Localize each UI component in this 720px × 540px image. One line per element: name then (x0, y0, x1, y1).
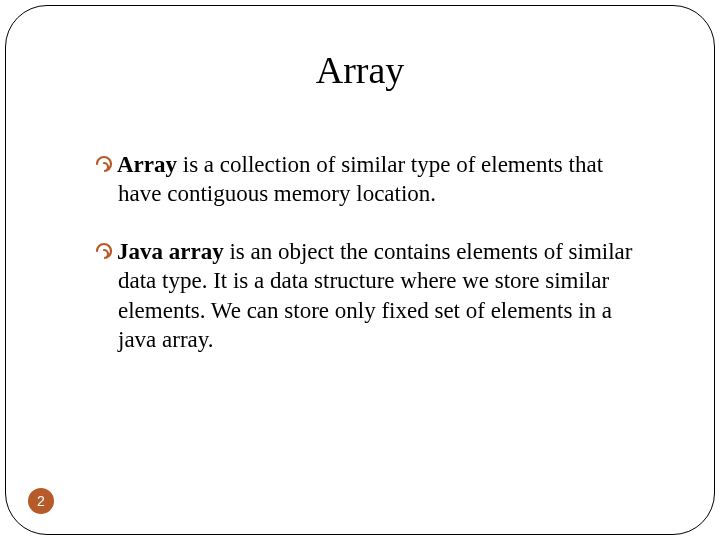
bullet-item: Array is a collection of similar type of… (96, 150, 650, 209)
bullet-lead: Array (117, 152, 177, 177)
bullet-text: Array is a collection of similar type of… (96, 150, 650, 209)
slide: Array Array is a collection of similar t… (0, 0, 720, 540)
bullet-lead: Java array (117, 239, 224, 264)
bullet-item: Java array is an object the contains ele… (96, 237, 650, 355)
bullet-rest: is a collection of similar type of eleme… (118, 152, 603, 206)
swirl-bullet-icon (94, 241, 114, 261)
swirl-bullet-icon (94, 154, 114, 174)
slide-title: Array (0, 48, 720, 92)
page-number-badge: 2 (28, 488, 54, 514)
content-area: Array is a collection of similar type of… (96, 150, 650, 383)
bullet-text: Java array is an object the contains ele… (96, 237, 650, 355)
